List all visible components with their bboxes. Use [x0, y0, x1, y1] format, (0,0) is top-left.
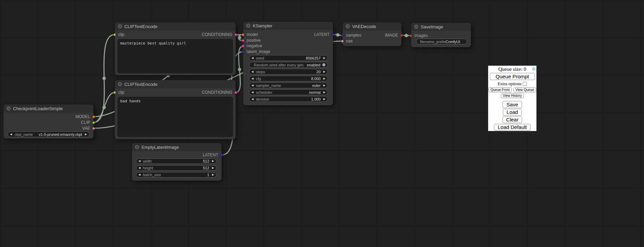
conditioning-port-icon[interactable]	[234, 33, 237, 36]
widget-ckpt-name[interactable]: ◀ ckpt_name v1-5-pruned-emaonly.ckpt ▶	[8, 131, 89, 137]
increment-arrow-icon[interactable]: ▶	[212, 160, 214, 162]
input-port-vae[interactable]: vae	[341, 39, 352, 43]
node-titlebar[interactable]: SaveImage	[411, 23, 471, 31]
output-port-latent[interactable]: LATENT	[314, 32, 335, 37]
settings-gear-icon[interactable]: ⚙	[532, 66, 536, 72]
model-port-icon[interactable]	[242, 33, 245, 36]
node-checkpoint-loader[interactable]: CheckpointLoaderSimple MODEL CLIP VAE ◀ …	[3, 104, 94, 139]
prev-arrow-icon[interactable]: ◀	[10, 133, 12, 136]
decrement-arrow-icon[interactable]: ◀	[251, 57, 253, 60]
load-button[interactable]: Load	[503, 109, 522, 116]
input-port-images[interactable]: images	[409, 33, 428, 38]
widget-filename-prefix[interactable]: filename_prefix ComfyUI	[416, 39, 467, 44]
node-save-image[interactable]: SaveImage images filename_prefix ComfyUI	[411, 23, 471, 47]
output-port-image[interactable]: IMAGE	[385, 33, 403, 38]
increment-arrow-icon[interactable]: ▶	[212, 167, 214, 169]
image-port-icon[interactable]	[400, 34, 403, 37]
next-arrow-icon[interactable]: ▶	[85, 133, 87, 136]
model-port-icon[interactable]	[92, 115, 95, 118]
load-default-button[interactable]: Load Default	[494, 124, 531, 131]
queue-prompt-button[interactable]: Queue Prompt	[490, 73, 535, 80]
node-titlebar[interactable]: CLIPTextEncode	[115, 80, 236, 88]
vae-port-icon[interactable]	[92, 127, 95, 130]
latent-port-icon[interactable]	[242, 50, 245, 53]
negative-prompt-textarea[interactable]: bad hands	[117, 97, 233, 137]
collapse-toggle-icon[interactable]	[118, 82, 122, 86]
next-arrow-icon[interactable]: ▶	[323, 91, 325, 94]
node-empty-latent-image[interactable]: EmptyLatentImage LATENT ◀ width 512 ▶ ◀ …	[132, 143, 222, 181]
collapse-toggle-icon[interactable]	[414, 25, 418, 29]
collapse-toggle-icon[interactable]	[7, 106, 11, 110]
widget-batch-size[interactable]: ◀ batch_size 1 ▶	[136, 172, 216, 178]
save-button[interactable]: Save	[503, 101, 522, 108]
input-port-negative[interactable]: negative	[242, 43, 262, 48]
widget-height[interactable]: ◀ height 512 ▶	[136, 165, 216, 171]
clip-port-icon[interactable]	[113, 33, 116, 36]
prev-arrow-icon[interactable]: ◀	[251, 84, 253, 87]
next-arrow-icon[interactable]: ▶	[323, 84, 325, 87]
collapse-toggle-icon[interactable]	[135, 145, 139, 149]
image-port-icon[interactable]	[409, 34, 412, 37]
widget-width[interactable]: ◀ width 512 ▶	[136, 158, 216, 164]
collapse-toggle-icon[interactable]	[118, 24, 122, 28]
increment-arrow-icon[interactable]: ▶	[323, 57, 325, 60]
clip-port-icon[interactable]	[92, 121, 95, 124]
output-port-model[interactable]: MODEL	[75, 114, 95, 119]
conditioning-port-icon[interactable]	[242, 44, 245, 48]
vae-port-icon[interactable]	[341, 40, 344, 43]
graph-canvas[interactable]: CheckpointLoaderSimple MODEL CLIP VAE ◀ …	[0, 0, 644, 247]
view-history-button[interactable]: View History	[501, 93, 524, 98]
latent-port-icon[interactable]	[220, 154, 223, 157]
widget-seed[interactable]: ◀ seed 8566257 ▶	[249, 55, 328, 61]
output-port-clip[interactable]: CLIP	[81, 120, 95, 125]
node-titlebar[interactable]: CheckpointLoaderSimple	[3, 104, 94, 113]
node-ksampler[interactable]: KSampler model positive negative latent_…	[243, 22, 333, 105]
widget-denoise[interactable]: ◀ denoise 1.000 ▶	[249, 96, 328, 102]
node-titlebar[interactable]: EmptyLatentImage	[132, 143, 222, 151]
widget-sampler-name[interactable]: ◀ sampler_name euler ▶	[249, 82, 328, 88]
output-port-vae[interactable]: VAE	[82, 126, 95, 131]
input-port-samples[interactable]: samples	[341, 33, 361, 38]
decrement-arrow-icon[interactable]: ◀	[251, 77, 253, 80]
input-port-positive[interactable]: positive	[242, 38, 261, 43]
node-clip-text-encode-negative[interactable]: CLIPTextEncode clip CONDITIONING bad han…	[115, 80, 236, 139]
collapse-toggle-icon[interactable]	[246, 24, 250, 28]
output-port-latent[interactable]: LATENT	[203, 153, 223, 157]
conditioning-port-icon[interactable]	[242, 39, 245, 42]
decrement-arrow-icon[interactable]: ◀	[138, 167, 140, 169]
decrement-arrow-icon[interactable]: ◀	[138, 173, 140, 176]
clear-button[interactable]: Clear	[503, 116, 522, 123]
decrement-arrow-icon[interactable]: ◀	[251, 70, 253, 73]
input-port-latent-image[interactable]: latent_image	[242, 49, 270, 54]
increment-arrow-icon[interactable]: ▶	[323, 77, 325, 80]
positive-prompt-textarea[interactable]: masterpiece best quality girl	[117, 39, 233, 73]
input-port-clip[interactable]: clip	[113, 90, 124, 95]
widget-cfg[interactable]: ◀ cfg 8.000 ▶	[249, 76, 328, 81]
view-queue-button[interactable]: View Queue	[513, 87, 536, 92]
node-titlebar[interactable]: CLIPTextEncode	[115, 22, 236, 30]
widget-scheduler[interactable]: ◀ scheduler normal ▶	[249, 89, 328, 95]
increment-arrow-icon[interactable]: ▶	[323, 98, 325, 101]
node-vae-decode[interactable]: VAEDecode samples vae IMAGE	[343, 22, 401, 46]
output-port-conditioning[interactable]: CONDITIONING	[202, 90, 237, 95]
increment-arrow-icon[interactable]: ▶	[212, 173, 214, 176]
input-port-clip[interactable]: clip	[113, 32, 124, 37]
node-titlebar[interactable]: KSampler	[243, 22, 333, 30]
prev-arrow-icon[interactable]: ◀	[251, 91, 253, 94]
node-titlebar[interactable]: VAEDecode	[343, 22, 401, 30]
latent-port-icon[interactable]	[332, 33, 335, 36]
collapse-toggle-icon[interactable]	[346, 24, 350, 28]
latent-port-icon[interactable]	[341, 34, 344, 37]
input-port-model[interactable]: model	[242, 32, 258, 37]
output-port-conditioning[interactable]: CONDITIONING	[202, 32, 237, 37]
node-clip-text-encode-positive[interactable]: CLIPTextEncode clip CONDITIONING masterp…	[115, 22, 236, 75]
toggle-indicator-icon[interactable]	[322, 63, 325, 66]
queue-front-button[interactable]: Queue Front	[488, 87, 512, 92]
decrement-arrow-icon[interactable]: ◀	[251, 98, 253, 101]
clip-port-icon[interactable]	[113, 91, 116, 94]
increment-arrow-icon[interactable]: ▶	[323, 70, 325, 73]
widget-random-seed-toggle[interactable]: Random seed after every gen enabled	[249, 62, 328, 68]
decrement-arrow-icon[interactable]: ◀	[138, 160, 140, 162]
conditioning-port-icon[interactable]	[234, 91, 237, 94]
extra-options-checkbox[interactable]	[523, 82, 527, 86]
